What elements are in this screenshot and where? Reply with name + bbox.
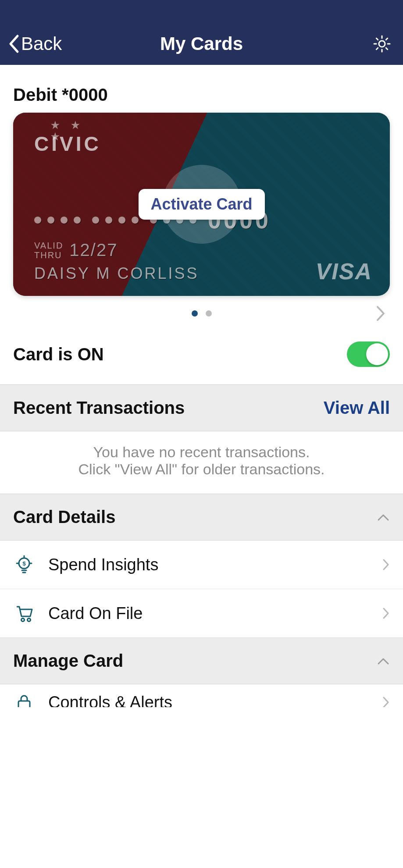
lock-icon xyxy=(13,691,35,707)
controls-alerts-label: Controls & Alerts xyxy=(48,693,369,708)
card-on-row: Card is ON xyxy=(0,331,403,385)
pager-dot-1[interactable] xyxy=(192,310,198,317)
chevron-left-icon xyxy=(8,34,19,53)
card-on-file-label: Card On File xyxy=(48,604,369,623)
card-on-toggle[interactable] xyxy=(347,342,390,367)
svg-rect-5 xyxy=(18,701,30,707)
gear-icon xyxy=(373,35,391,53)
recent-transactions-empty: You have no recent transactions. Click "… xyxy=(0,431,403,494)
card-pager xyxy=(0,296,403,331)
card-label: Debit *0000 xyxy=(0,65,403,113)
lightbulb-icon: $ xyxy=(13,554,35,576)
card-details-header[interactable]: Card Details xyxy=(0,494,403,541)
chevron-right-icon xyxy=(382,696,390,707)
back-button[interactable]: Back xyxy=(8,33,62,54)
settings-button[interactable] xyxy=(371,33,392,54)
card-brand: ★ ★ ★ CIVIC xyxy=(34,132,101,156)
card-details-title: Card Details xyxy=(13,507,115,527)
chevron-up-icon xyxy=(377,657,390,665)
visa-logo: VISA xyxy=(316,258,372,285)
app-header: Back My Cards xyxy=(0,0,403,65)
chevron-right-icon xyxy=(382,558,390,571)
card-holder: DAISY M CORLISS xyxy=(34,264,199,283)
card-on-file-row[interactable]: Card On File xyxy=(0,589,403,638)
chevron-right-icon xyxy=(376,305,385,322)
manage-card-header[interactable]: Manage Card xyxy=(0,638,403,684)
back-label: Back xyxy=(21,33,62,54)
svg-point-0 xyxy=(379,41,385,47)
svg-text:$: $ xyxy=(22,560,26,567)
page-title: My Cards xyxy=(160,33,243,54)
view-all-link[interactable]: View All xyxy=(324,398,390,418)
pager-dot-2[interactable] xyxy=(206,310,212,317)
activate-card-button[interactable]: Activate Card xyxy=(138,189,264,220)
cart-icon xyxy=(13,602,35,624)
card-on-label: Card is ON xyxy=(13,345,104,364)
svg-point-4 xyxy=(28,619,31,622)
chevron-up-icon xyxy=(377,513,390,522)
chevron-right-icon xyxy=(382,607,390,620)
manage-card-title: Manage Card xyxy=(13,651,123,671)
card-valid-thru: VALID THRU 12/27 xyxy=(34,240,118,260)
controls-alerts-row[interactable]: Controls & Alerts xyxy=(0,684,403,707)
spend-insights-row[interactable]: $ Spend Insights xyxy=(0,541,403,589)
svg-point-3 xyxy=(21,619,25,622)
next-card-button[interactable] xyxy=(376,305,385,322)
debit-card: ★ ★ ★ CIVIC 0000 VALID THRU 12/27 DAISY … xyxy=(13,113,390,296)
stars-icon: ★ ★ ★ xyxy=(51,120,84,142)
recent-transactions-header: Recent Transactions View All xyxy=(0,385,403,431)
spend-insights-label: Spend Insights xyxy=(48,555,369,574)
recent-transactions-title: Recent Transactions xyxy=(13,398,185,418)
card-carousel[interactable]: ★ ★ ★ CIVIC 0000 VALID THRU 12/27 DAISY … xyxy=(0,113,403,296)
